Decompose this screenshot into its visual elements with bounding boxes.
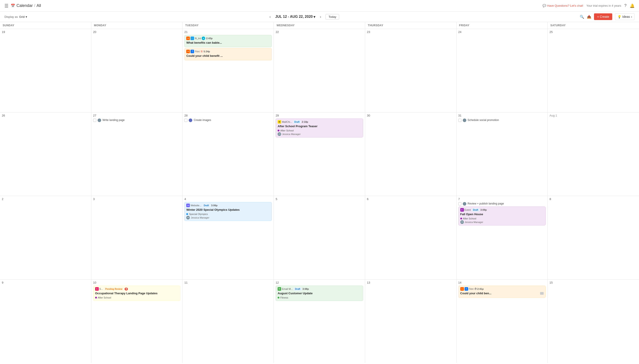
status-badge: Draft	[294, 287, 302, 291]
time: 5:34p	[204, 50, 210, 53]
card-fitnt-fb[interactable]: N f Fitnt ⛓ 5:34p Could your child benef…	[184, 48, 272, 60]
display-as: Display as Grid ▾	[4, 15, 27, 18]
todo-create-images[interactable]: Create images	[184, 118, 272, 122]
tag-dot	[278, 297, 280, 298]
toolbar-right: 🔍 📤 + Create 💡 Ideas ›	[580, 13, 634, 20]
card-header: ✉ Email M... Draft 3:08p	[278, 287, 361, 291]
day-aug13: 13	[365, 280, 456, 363]
day-aug8: 8	[548, 196, 639, 279]
separator: /	[34, 3, 35, 8]
display-as-label: Display as	[4, 15, 18, 18]
day-aug14: 14 N f Fitnt ⏱ 2:41p	[456, 280, 548, 363]
card-august-customer-update[interactable]: ✉ Email M... Draft 3:08p August Customer…	[276, 286, 363, 301]
channel-badge: S S...	[95, 287, 103, 291]
todo-write-landing[interactable]: Write landing page	[93, 118, 181, 122]
channel-icon: N	[186, 50, 190, 53]
grid-select[interactable]: Grid ▾	[19, 15, 27, 18]
day-jul26: 26 +	[0, 112, 91, 196]
todo-checkbox[interactable]	[458, 202, 462, 206]
twitter-icon: 🐦	[190, 36, 194, 40]
todo-review-publish[interactable]: Review + publish landing page	[458, 202, 546, 206]
chat-text: Have Questions? Let's chat!	[547, 4, 583, 7]
chevron-down-icon: ▾	[314, 15, 315, 19]
help-icon[interactable]: ?	[624, 3, 626, 8]
image-placeholder	[540, 292, 544, 295]
fb-icon: f	[464, 287, 468, 291]
card-occupational-therapy[interactable]: S S... Pending Review 9 Occupational The…	[93, 286, 181, 301]
day-number: 21	[184, 30, 272, 34]
tag-name: After School	[280, 129, 294, 132]
calendar: SUNDAY MONDAY TUESDAY WEDNESDAY THURSDAY…	[0, 22, 639, 363]
time-badge: 3:08p	[302, 288, 309, 290]
day-number: 14	[458, 281, 546, 284]
grid-label: Grid	[19, 15, 25, 18]
today-button[interactable]: Today	[326, 14, 339, 20]
day-number: 5	[276, 197, 363, 201]
channel-name: S...	[99, 288, 103, 290]
todo-text: Write landing page	[102, 118, 125, 122]
tag-name: After School	[463, 217, 476, 220]
day-number: 9	[2, 281, 89, 284]
prev-arrow[interactable]: ‹	[268, 14, 272, 20]
create-button[interactable]: + Create	[594, 13, 612, 20]
menu-icon[interactable]: ☰	[4, 3, 8, 8]
day-aug1: Aug 1	[548, 112, 639, 196]
day-aug12: 12 ✉ Email M... Draft 3:08p August Custo…	[274, 280, 365, 363]
channel-badge: N f Fitnt	[186, 50, 200, 53]
card-fitnt-aug14[interactable]: N f Fitnt ⏱ 2:41p Could your child ben..…	[458, 286, 546, 298]
time: 3:06p	[211, 204, 218, 207]
tag-dot	[95, 297, 97, 298]
day-number: 25	[550, 30, 637, 34]
card-header: E Event Draft 3:09p	[460, 208, 544, 212]
channel-icon: N	[186, 36, 190, 40]
todo-checkbox[interactable]	[184, 119, 188, 122]
chat-link[interactable]: 💬 Have Questions? Let's chat!	[542, 4, 583, 7]
card-winter-special-olympics[interactable]: W Website... Draft 3:06p Winter 2020 Spe…	[184, 202, 272, 221]
day-aug5: 5	[274, 196, 365, 279]
section-name: All	[36, 3, 41, 8]
author-name: Jessica Manager	[282, 133, 300, 136]
date-range[interactable]: JUL 12 - AUG 22, 2020 ▾	[275, 15, 315, 19]
search-icon[interactable]: 🔍	[580, 15, 584, 19]
todo-schedule-social[interactable]: Schedule social promotion	[458, 118, 546, 122]
channel-badge: W Website...	[186, 204, 202, 207]
time: 3:08p	[302, 288, 309, 290]
date-range-text: JUL 12 - AUG 22, 2020	[275, 15, 312, 19]
day-number: 4	[184, 197, 272, 201]
ideas-icon: 💡	[618, 15, 621, 18]
channel-name: Fitnt	[195, 50, 200, 53]
day-number: 6	[367, 197, 454, 201]
card-title: Occupational Therapy Landing Page Update…	[95, 292, 179, 296]
next-arrow[interactable]: ›	[318, 14, 323, 20]
header-wednesday: WEDNESDAY	[274, 22, 365, 29]
header-monday: MONDAY	[91, 22, 183, 29]
sync-icon: ⇌	[202, 36, 205, 40]
card-after-school-teaser[interactable]: M MailChi... Draft 2:18p After School Pr…	[276, 118, 363, 138]
email-icon: ✉	[278, 287, 281, 291]
day-jul24: 24	[456, 29, 548, 112]
event-icon: E	[460, 208, 464, 212]
avatar: JM	[460, 220, 464, 224]
channel-name: Fitnt	[469, 288, 474, 290]
avatar: JM	[186, 216, 190, 220]
card-title: What benefits can babie...	[186, 41, 270, 45]
header-sunday: SUNDAY	[0, 22, 91, 29]
todo-checkbox[interactable]	[93, 119, 96, 122]
card-fitnt-twitter-1[interactable]: N 🐦 fit_tnt ⇌ 2:43p What benefits can ba…	[184, 35, 272, 47]
tag-name: Special Olympics	[189, 213, 208, 216]
card-header: N f Fitnt ⛓ 5:34p	[186, 50, 270, 53]
header-tuesday: TUESDAY	[182, 22, 274, 29]
s-icon: S	[95, 287, 99, 291]
todo-checkbox[interactable]	[458, 119, 462, 122]
card-fall-open-house[interactable]: E Event Draft 3:09p Fall Open House Afte…	[458, 206, 546, 226]
header-saturday: SATURDAY	[548, 22, 639, 29]
top-bar-right: 💬 Have Questions? Let's chat! Your trial…	[542, 3, 634, 8]
day-number: 10	[93, 281, 181, 284]
website-icon: W	[186, 204, 190, 207]
bell-icon[interactable]: 🔔	[630, 3, 634, 8]
trial-text: Your trial expires in 4 years	[586, 4, 621, 7]
day-number: 24	[458, 30, 546, 34]
ideas-button[interactable]: 💡 Ideas ›	[615, 13, 634, 20]
avatar	[98, 118, 101, 122]
share-icon[interactable]: 📤	[587, 15, 591, 19]
